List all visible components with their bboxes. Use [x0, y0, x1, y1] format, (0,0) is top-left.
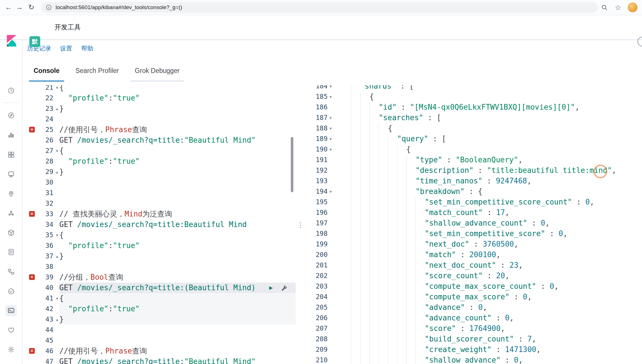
editor-line[interactable]: 45: [22, 335, 296, 346]
code-text[interactable]: //分组，Bool查询: [59, 272, 296, 283]
editor-line[interactable]: 34GET /movies/_search?q=title:Beautiful …: [22, 219, 296, 230]
sidebar-item-devtools[interactable]: [0, 304, 22, 317]
code-text[interactable]: [59, 114, 296, 124]
code-text[interactable]: [59, 261, 296, 272]
fold-close-icon[interactable]: ▴: [56, 314, 58, 325]
fold-close-icon[interactable]: ▴: [56, 167, 58, 177]
fold-open-icon[interactable]: ▾: [56, 293, 58, 304]
back-icon[interactable]: ←: [3, 0, 14, 15]
editor-line[interactable]: 41▾{: [22, 293, 296, 304]
resizer-grip-icon[interactable]: ⋮: [296, 221, 305, 229]
code-text[interactable]: }: [59, 167, 296, 177]
code-text[interactable]: "profile":"true": [59, 156, 296, 167]
editor-line[interactable]: 24: [22, 114, 296, 124]
error-marker-icon[interactable]: ×: [29, 127, 35, 132]
fold-open-icon[interactable]: ▾: [56, 230, 58, 240]
error-marker-icon[interactable]: ×: [29, 274, 35, 280]
code-text[interactable]: }: [59, 103, 296, 114]
editor-line[interactable]: 31: [22, 188, 296, 198]
editor-line[interactable]: ×25//使用引号，Phrase查询: [22, 124, 296, 135]
tab-search-profiler[interactable]: Search Profiler: [71, 66, 123, 81]
editor-line[interactable]: ×39//分组，Bool查询: [22, 272, 296, 283]
send-request-button[interactable]: ▶: [269, 283, 273, 293]
fold-open-icon[interactable]: ▾: [330, 85, 332, 91]
code-text[interactable]: {: [59, 146, 296, 156]
bookmark-star-icon[interactable]: ☆: [613, 0, 623, 15]
fold-close-icon[interactable]: ▴: [56, 251, 58, 261]
refresh-icon[interactable]: ↻: [26, 0, 36, 15]
error-marker-icon[interactable]: ×: [29, 348, 35, 354]
nav-link-help[interactable]: 帮助: [81, 43, 93, 54]
fold-close-icon[interactable]: ▴: [56, 103, 58, 114]
sidebar-item-dashboard[interactable]: [0, 148, 22, 161]
editor-line[interactable]: 47GET /movies/_search?q=title:"Beautiful…: [22, 356, 296, 364]
code-text[interactable]: [59, 177, 296, 188]
editor-line[interactable]: 22 "profile":"true": [22, 93, 296, 103]
sidebar-item-canvas[interactable]: [0, 167, 22, 181]
fold-open-icon[interactable]: ▾: [330, 144, 332, 155]
editor-line[interactable]: 21▾{: [22, 85, 296, 93]
editor-line[interactable]: 42 "profile":"true": [22, 304, 296, 314]
panel-resizer[interactable]: ⋮: [296, 85, 305, 364]
code-text[interactable]: "profile":"true": [59, 93, 296, 103]
tab-grok-debugger[interactable]: Grok Debugger: [130, 66, 184, 81]
sidebar-item-discover[interactable]: [0, 109, 22, 122]
fold-open-icon[interactable]: ▾: [56, 146, 58, 156]
editor-line[interactable]: ×46//使用引号，Phrase查询: [22, 346, 296, 356]
code-text[interactable]: [59, 335, 296, 346]
code-text[interactable]: }: [59, 251, 296, 261]
url-bar[interactable]: localhost:5601/app/kibana#/dev_tools/con…: [41, 2, 598, 13]
editor-line[interactable]: 27▾{: [22, 146, 296, 156]
editor-line[interactable]: 35▾{: [22, 230, 296, 240]
code-text[interactable]: [59, 188, 296, 198]
editor-line[interactable]: ×33// 查找美丽心灵，Mind为泛查询: [22, 209, 296, 219]
code-text[interactable]: }: [59, 314, 296, 325]
editor-line[interactable]: 44: [22, 325, 296, 335]
console-editor[interactable]: 21▾{22 "profile":"true"23▴}24×25//使用引号，P…: [22, 85, 296, 364]
code-text[interactable]: GET /movies/_search?q=title:Beautiful Mi…: [59, 219, 296, 230]
sidebar-item-uptime[interactable]: [0, 285, 22, 298]
nav-link-settings[interactable]: 设置: [60, 43, 72, 54]
editor-line[interactable]: 43▴}: [22, 314, 296, 325]
editor-line[interactable]: 37▴}: [22, 251, 296, 261]
editor-line[interactable]: 36 "profile":"true": [22, 240, 296, 251]
fold-open-icon[interactable]: ▾: [330, 134, 332, 144]
fold-open-icon[interactable]: ▾: [330, 123, 332, 134]
forward-icon[interactable]: →: [14, 0, 25, 15]
code-text[interactable]: //使用引号，Phrase查询: [59, 346, 296, 356]
site-info-icon[interactable]: [46, 4, 52, 11]
code-text[interactable]: {: [59, 293, 296, 304]
code-text[interactable]: [59, 325, 296, 335]
editor-line[interactable]: 30: [22, 177, 296, 188]
editor-line[interactable]: 40GET /movies/_search?q=title:(Beautiful…: [22, 283, 296, 293]
header-partial-icon[interactable]: [637, 37, 642, 46]
sidebar-item-management[interactable]: [0, 343, 22, 356]
code-text[interactable]: GET /movies/_search?q=title:"Beautiful M…: [59, 356, 296, 364]
fold-open-icon[interactable]: ▾: [330, 186, 332, 197]
sidebar-item-monitoring[interactable]: [0, 323, 22, 337]
sidebar-item-apm[interactable]: [0, 265, 22, 279]
editor-line[interactable]: 38: [22, 261, 296, 272]
code-text[interactable]: GET /movies/_search?q=title:(Beautiful M…: [59, 283, 296, 293]
kibana-logo-icon[interactable]: [7, 35, 17, 48]
code-text[interactable]: {: [59, 230, 296, 240]
sidebar-item-visualize[interactable]: [0, 128, 22, 142]
profile-avatar[interactable]: [628, 3, 637, 12]
code-text[interactable]: "profile":"true": [59, 304, 296, 314]
sidebar-item-machine-learning[interactable]: [0, 206, 22, 220]
code-text[interactable]: //使用引号，Phrase查询: [59, 124, 296, 135]
editor-line[interactable]: 28 "profile":"true": [22, 156, 296, 167]
code-text[interactable]: {: [59, 85, 296, 93]
fold-open-icon[interactable]: ▾: [56, 85, 58, 93]
code-text[interactable]: GET /movies/_search?q=title:"Beautiful M…: [59, 135, 296, 146]
tab-console[interactable]: Console: [29, 66, 64, 81]
code-text[interactable]: "profile":"true": [59, 240, 296, 251]
editor-line[interactable]: 23▴}: [22, 103, 296, 114]
page-zoom-icon[interactable]: [601, 4, 608, 11]
error-marker-icon[interactable]: ×: [29, 211, 35, 217]
space-avatar[interactable]: 默: [29, 36, 40, 47]
sidebar-item-logs[interactable]: [0, 245, 22, 259]
editor-line[interactable]: 29▴}: [22, 167, 296, 177]
editor-line[interactable]: 26GET /movies/_search?q=title:"Beautiful…: [22, 135, 296, 146]
fold-open-icon[interactable]: ▾: [330, 113, 332, 123]
